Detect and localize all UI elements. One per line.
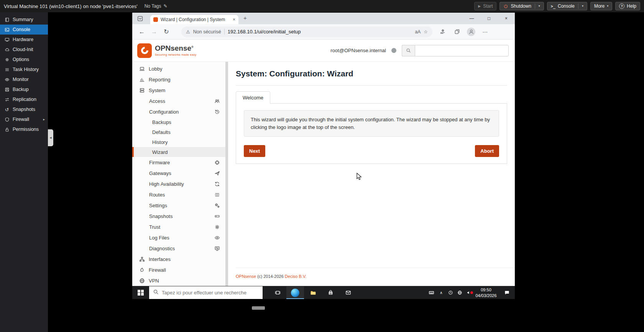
microsoft-store-button[interactable] [322, 286, 339, 299]
taskbar-search[interactable] [149, 286, 263, 299]
chevron-down-icon[interactable]: ▾ [582, 5, 583, 8]
network-globe-icon[interactable] [455, 290, 464, 295]
taskbar-search-input[interactable] [162, 290, 250, 296]
menu-configuration[interactable]: Configuration [132, 106, 228, 117]
menu-vpn[interactable]: VPN [132, 275, 228, 286]
gears-icon [214, 203, 220, 208]
menu-system[interactable]: System [132, 85, 228, 96]
footer-company-link[interactable]: Deciso B.V. [285, 274, 306, 279]
mouse-cursor [356, 173, 362, 181]
volume-error-badge [470, 291, 473, 294]
menu-history[interactable]: History [132, 137, 228, 147]
sidebar-item-monitor[interactable]: Monitor [0, 74, 48, 84]
tab-welcome[interactable]: Welcome [236, 91, 270, 104]
sidebar-item-permissions[interactable]: Permissions [0, 124, 48, 134]
sidebar-item-console[interactable]: Console [0, 25, 48, 35]
sidebar-item-summary[interactable]: Summary [0, 15, 48, 25]
footer-brand-link[interactable]: OPNsense [236, 274, 256, 279]
hidden-icons-chevron[interactable]: ∧ [437, 291, 446, 295]
opnsense-logo[interactable]: OPNsense® Securing networks made easy [137, 43, 197, 58]
menu-diagnostics[interactable]: Diagnostics [132, 243, 228, 254]
window-controls: — □ × [463, 13, 515, 24]
menu-wizard[interactable]: Wizard [132, 147, 228, 157]
browser-tab[interactable]: Wizard | Configuration | System × [150, 15, 238, 24]
menu-gateways[interactable]: Gateways [132, 168, 228, 178]
menu-routes[interactable]: Routes [132, 189, 228, 200]
warning-icon: ⚠ [186, 29, 190, 35]
search-input[interactable] [415, 45, 509, 56]
profile-avatar[interactable] [467, 28, 475, 36]
sidebar-item-task-history[interactable]: Task History [0, 64, 48, 74]
sidebar-item-replication[interactable]: Replication [0, 94, 48, 104]
maximize-button[interactable]: □ [480, 13, 498, 24]
shutdown-button[interactable]: Shutdown ▾ [499, 2, 544, 10]
sidebar-item-backup[interactable]: Backup [0, 84, 48, 94]
vm-action-buttons: ▶ Start Shutdown ▾ >_ Console ▾ More ▾ ? [474, 2, 640, 10]
action-center-button[interactable] [499, 290, 515, 296]
url-text[interactable]: 192.168.10.1/ui/core/initial_setup [228, 29, 412, 35]
terminal-icon [4, 27, 10, 32]
pencil-icon[interactable]: ✎ [164, 3, 168, 9]
tab-title: Wizard | Configuration | System [161, 17, 230, 22]
tab-close-icon[interactable]: × [233, 17, 235, 22]
sidebar-item-hardware[interactable]: Hardware [0, 35, 48, 45]
file-explorer-button[interactable] [304, 286, 322, 299]
menu-firewall[interactable]: Firewall [132, 264, 228, 275]
vm-title: Virtual Machine 101 (win10-client1) on n… [4, 3, 138, 9]
next-button[interactable]: Next [244, 145, 265, 157]
start-button[interactable]: ▶ Start [474, 2, 496, 10]
help-button[interactable]: ? Help [615, 2, 640, 10]
tray-clock-icon[interactable] [446, 290, 455, 295]
menu-high-availability[interactable]: High Availability [132, 178, 228, 189]
favorites-bar-icon[interactable] [438, 29, 447, 35]
minimize-button[interactable]: — [463, 13, 480, 24]
start-menu-button[interactable] [132, 286, 149, 299]
volume-muted-icon[interactable] [464, 290, 473, 295]
menu-settings[interactable]: Settings [132, 200, 228, 211]
sitemap-icon [139, 256, 145, 262]
console-bottom-handle[interactable] [252, 306, 265, 310]
sidebar-item-cloud-init[interactable]: Cloud-Init [0, 45, 48, 55]
favorite-star-icon[interactable]: ☆ [424, 29, 428, 35]
vm-screen: Wizard | Configuration | System × + — □ … [132, 13, 515, 299]
task-view-button[interactable] [269, 286, 286, 299]
opnsense-header: OPNsense® Securing networks made easy ro… [132, 40, 515, 62]
back-icon[interactable]: ← [137, 28, 147, 35]
more-button[interactable]: More ▾ [590, 2, 612, 10]
menu-lobby[interactable]: Lobby [132, 63, 228, 74]
sidebar-item-firewall[interactable]: Firewall ▸ [0, 114, 48, 124]
chevron-down-icon[interactable]: ▾ [539, 5, 540, 8]
taskbar-clock[interactable]: 09:50 04/03/2026 [473, 287, 499, 298]
eye-icon [214, 235, 220, 241]
close-button[interactable]: × [498, 13, 515, 24]
console-button[interactable]: >_ Console ▾ [547, 2, 587, 10]
tab-actions-menu-icon[interactable] [137, 15, 143, 22]
collections-icon[interactable] [452, 29, 462, 35]
menu-firmware[interactable]: Firmware [132, 157, 228, 168]
forward-icon[interactable]: → [149, 28, 159, 35]
translate-icon[interactable]: aA [415, 29, 421, 35]
menu-defaults[interactable]: Defaults [132, 127, 228, 137]
new-tab-button[interactable]: + [243, 15, 247, 21]
logged-in-user[interactable]: root@OPNsense.internal [330, 48, 386, 53]
menu-trust[interactable]: Trust [132, 221, 228, 232]
menu-scrollbar[interactable] [225, 62, 228, 286]
menu-backups[interactable]: Backups [132, 117, 228, 127]
sidebar-item-snapshots[interactable]: ↺ Snapshots [0, 104, 48, 114]
menu-log-files[interactable]: Log Files [132, 232, 228, 243]
system-tray: ∧ 09:50 04/03/2026 [426, 286, 515, 299]
touch-keyboard-icon[interactable] [426, 290, 437, 296]
console-sidebar-toggle[interactable]: ◀ [48, 129, 53, 146]
sidebar-item-options[interactable]: Options [0, 55, 48, 64]
reload-icon[interactable]: ↻ [161, 28, 171, 35]
mail-button[interactable] [339, 286, 357, 299]
menu-interfaces[interactable]: Interfaces [132, 254, 228, 264]
abort-button[interactable]: Abort [475, 145, 499, 157]
browser-menu-icon[interactable]: ⋯ [481, 29, 490, 35]
menu-access[interactable]: Access [132, 96, 228, 106]
address-bar[interactable]: ⚠ Non sécurisé 192.168.10.1/ui/core/init… [181, 26, 432, 37]
menu-snapshots[interactable]: Snapshots [132, 211, 228, 221]
security-label[interactable]: Non sécurisé [193, 29, 221, 35]
edge-taskbar-button[interactable] [286, 286, 304, 299]
menu-reporting[interactable]: Reporting [132, 74, 228, 85]
